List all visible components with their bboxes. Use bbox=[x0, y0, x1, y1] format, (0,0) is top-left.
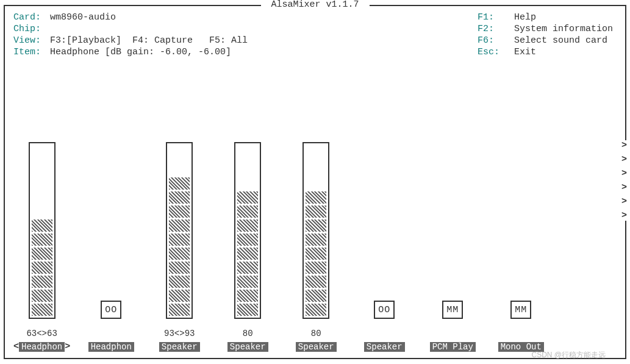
item-label: Item: bbox=[13, 47, 50, 57]
bar-segment bbox=[237, 290, 258, 302]
bar-segment bbox=[306, 191, 326, 204]
chevron-right-icon: > bbox=[621, 182, 627, 193]
bar-segment bbox=[237, 191, 258, 204]
f1-val: Help bbox=[514, 12, 536, 23]
volume-bar[interactable] bbox=[234, 142, 261, 319]
volume-text: 80 bbox=[243, 329, 253, 341]
watermark: CSDN @行稳方能走远 bbox=[531, 350, 606, 360]
channel-label: Speaker bbox=[159, 342, 200, 352]
bar-segment bbox=[306, 290, 326, 302]
volume-bar[interactable] bbox=[302, 142, 329, 319]
card-label: Card: bbox=[13, 12, 50, 23]
view-f4[interactable]: F4: Capture bbox=[132, 35, 193, 46]
bar-segment bbox=[306, 262, 326, 274]
f1-key[interactable]: F1: bbox=[478, 12, 508, 23]
bar-segment bbox=[169, 219, 190, 232]
volume-text: 93<>93 bbox=[164, 329, 195, 341]
channel-2[interactable]: 93<>93Speaker bbox=[152, 142, 207, 352]
mute-box[interactable]: MM bbox=[442, 301, 463, 319]
bar-segment bbox=[237, 276, 258, 288]
bar-segment bbox=[237, 234, 258, 246]
volume-text: 80 bbox=[311, 329, 321, 341]
channels-row: 63<>63<Headphon>OOHeadphon93<>93Speaker8… bbox=[13, 120, 617, 352]
bar-segment bbox=[169, 191, 190, 204]
f6-val: Select sound card bbox=[514, 35, 607, 46]
channel-3[interactable]: 80Speaker bbox=[220, 142, 275, 352]
bar-segment bbox=[169, 205, 190, 218]
chevron-right-icon: > bbox=[621, 154, 627, 165]
item-value: Headphone [dB gain: -6.00, -6.00] bbox=[50, 47, 231, 57]
chevron-right-icon: > bbox=[621, 196, 627, 207]
bar-segment bbox=[32, 234, 52, 246]
bar-segment bbox=[306, 248, 326, 260]
channel-6[interactable]: MMPCM Play bbox=[425, 120, 480, 352]
bar-segment bbox=[32, 219, 52, 232]
chevron-right-icon: > bbox=[621, 210, 627, 221]
bar-segment bbox=[306, 219, 326, 232]
bar-segment bbox=[306, 234, 326, 246]
view-label: View: bbox=[13, 35, 50, 46]
esc-key[interactable]: Esc: bbox=[478, 47, 508, 57]
channel-label: Speaker bbox=[296, 342, 337, 352]
bar-segment bbox=[169, 290, 190, 302]
chevron-right-icon: > bbox=[621, 140, 627, 151]
bar-segment bbox=[32, 262, 52, 274]
channel-7[interactable]: MMMono Out bbox=[493, 120, 548, 352]
volume-bar[interactable] bbox=[166, 142, 193, 319]
bar-segment bbox=[237, 262, 258, 274]
channel-label: Headphon bbox=[88, 342, 134, 352]
bar-segment bbox=[169, 304, 190, 316]
channel-label: Speaker bbox=[227, 342, 268, 352]
bar-segment bbox=[237, 205, 258, 218]
mute-box[interactable]: OO bbox=[101, 301, 121, 319]
bar-segment bbox=[32, 304, 52, 316]
scroll-indicator[interactable]: > > > > > > bbox=[621, 140, 627, 221]
bar-segment bbox=[237, 304, 258, 316]
f2-val-a: System bbox=[514, 24, 553, 34]
channel-5[interactable]: OOSpeaker bbox=[357, 120, 412, 352]
bar-segment bbox=[169, 276, 190, 288]
channel-label: PCM Play bbox=[430, 342, 476, 352]
card-value: wm8960-audio bbox=[50, 12, 116, 23]
bar-segment bbox=[32, 276, 52, 288]
mute-box[interactable]: OO bbox=[374, 301, 395, 319]
channel-4[interactable]: 80Speaker bbox=[288, 142, 343, 352]
chip-label: Chip: bbox=[13, 24, 50, 34]
main-frame: AlsaMixer v1.1.7 Card: wm8960-audio Chip… bbox=[4, 5, 626, 359]
channel-1[interactable]: OOHeadphon bbox=[84, 120, 138, 352]
esc-val: Exit bbox=[514, 47, 536, 57]
bar-segment bbox=[169, 177, 190, 190]
view-playback[interactable]: [Playback] bbox=[66, 35, 121, 46]
f2-key[interactable]: F2: bbox=[478, 24, 508, 34]
channel-label: Speaker bbox=[364, 342, 405, 352]
channel-0[interactable]: 63<>63<Headphon> bbox=[13, 142, 70, 352]
f6-key[interactable]: F6: bbox=[478, 35, 508, 46]
bar-segment bbox=[32, 290, 52, 302]
bar-segment bbox=[306, 276, 326, 288]
bar-segment bbox=[169, 262, 190, 274]
bar-segment bbox=[169, 248, 190, 260]
view-f5[interactable]: F5: All bbox=[209, 35, 248, 46]
channel-label: <Headphon> bbox=[13, 341, 70, 352]
bar-segment bbox=[237, 248, 258, 260]
bar-segment bbox=[169, 234, 190, 246]
bar-segment bbox=[32, 248, 52, 260]
f2-val-b: information bbox=[553, 24, 613, 34]
bar-segment bbox=[237, 219, 258, 232]
chevron-right-icon: > bbox=[621, 168, 627, 179]
mute-box[interactable]: MM bbox=[510, 301, 531, 319]
volume-text: 63<>63 bbox=[26, 329, 57, 341]
help-block: F1:Help F2:System information F6:Select … bbox=[478, 12, 613, 57]
bar-segment bbox=[306, 205, 326, 218]
view-f3-key[interactable]: F3: bbox=[50, 35, 66, 46]
volume-bar[interactable] bbox=[29, 142, 55, 319]
bar-segment bbox=[306, 304, 326, 316]
